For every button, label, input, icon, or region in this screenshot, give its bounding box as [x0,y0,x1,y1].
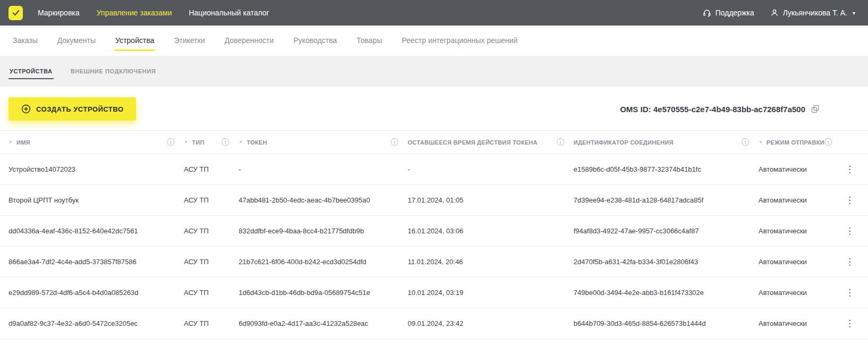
column-header-0[interactable]: ▼ИМЯⓘ [9,138,184,147]
table-row: Второй ЦРПТ ноутбукАСУ ТП47abb481-2b50-4… [0,185,868,216]
cell-type: АСУ ТП [184,258,239,266]
column-header-3[interactable]: ОСТАВШЕЕСЯ ВРЕМЯ ДЕЙСТВИЯ ТОКЕНАⓘ [408,138,574,147]
cell-token-time-left: 10.01.2024, 03:19 [408,289,574,297]
table-row: dd04336a-4eaf-436c-8152-640e42dc7561АСУ … [0,216,868,247]
cell-actions: ⋮ [834,318,859,329]
cell-type: АСУ ТП [184,227,239,235]
row-menu-button[interactable]: ⋮ [842,256,857,267]
sort-filter-icon[interactable]: ▼ [759,140,763,145]
toolbar: СОЗДАТЬ УСТРОЙСТВО OMS ID: 4e570555-c2e7… [0,97,868,121]
cell-send-mode: Автоматически [759,165,834,173]
row-menu-button[interactable]: ⋮ [842,164,857,175]
create-device-button[interactable]: СОЗДАТЬ УСТРОЙСТВО [9,97,136,121]
cell-token: 1d6d43cb-d1bb-46db-bd9a-05689754c51e [239,289,408,297]
cell-name: d9a0af82-9c37-4e32-a6d0-5472ce3205ec [9,319,184,327]
sub-tab-1[interactable]: ВНЕШНИЕ ПОДКЛЮЧЕНИЯ [70,64,157,79]
column-header-4[interactable]: ИДЕНТИФИКАТОР СОЕДИНЕНИЯⓘ [574,138,759,147]
column-header-left: ИДЕНТИФИКАТОР СОЕДИНЕНИЯ [574,139,673,146]
column-header-5[interactable]: ▼РЕЖИМ ОТПРАВКИⓘ [759,138,841,147]
cell-token-time-left: 11.01.2024, 20:46 [408,258,574,266]
column-header-2[interactable]: ▼ТОКЕНⓘ [239,138,408,147]
checkmark-icon [11,8,21,18]
cell-name: e29dd989-572d-4df6-a5c4-b4d0a085263d [9,289,184,297]
cell-connection-id: b644b709-30d3-465d-8854-626573b1444d [574,319,759,327]
top-nav-item-0[interactable]: Маркировка [38,9,80,17]
support-link[interactable]: Поддержка [703,9,754,17]
info-icon[interactable]: ⓘ [557,138,564,147]
devices-panel: СОЗДАТЬ УСТРОЙСТВО OMS ID: 4e570555-c2e7… [0,87,868,354]
row-menu-button[interactable]: ⋮ [842,195,857,206]
main-tab-3[interactable]: Этикетки [173,31,206,51]
create-device-label: СОЗДАТЬ УСТРОЙСТВО [36,105,123,113]
oms-id-block: OMS ID: 4e570555-c2e7-4b49-83bb-ac7268f7… [620,104,820,114]
column-header-1[interactable]: ▼ТИПⓘ [184,138,239,147]
cell-name: 866ae3a4-7df2-4c4e-add5-373857f87586 [9,258,184,266]
cell-actions: ⋮ [834,256,859,267]
cell-token: 6d9093fd-e0a2-4d17-aa3c-41232a528eac [239,319,408,327]
main-tabs: ЗаказыДокументыУстройстваЭтикеткиДоверен… [0,26,868,56]
main-tab-6[interactable]: Товары [356,31,383,51]
sort-filter-icon[interactable]: ▼ [184,140,188,145]
oms-id-value: OMS ID: 4e570555-c2e7-4b49-83bb-ac7268f7… [620,105,805,114]
cell-actions: ⋮ [834,287,859,298]
top-nav-item-1[interactable]: Управление заказами [97,9,172,17]
cell-actions: ⋮ [834,164,859,175]
column-label: ТОКЕН [247,139,267,146]
column-header-left: ▼ИМЯ [9,139,30,146]
cell-token-time-left: 16.01.2024, 03:06 [408,227,574,235]
cell-token: 47abb481-2b50-4edc-aeac-4b7bee0395a0 [239,196,408,204]
copy-icon[interactable] [811,104,820,114]
main-tab-0[interactable]: Заказы [12,31,39,51]
devices-table: ▼ИМЯⓘ▼ТИПⓘ▼ТОКЕНⓘОСТАВШЕЕСЯ ВРЕМЯ ДЕЙСТВ… [0,130,868,339]
cell-name: Второй ЦРПТ ноутбук [9,196,184,204]
cell-token-time-left: - [408,165,574,173]
main-tab-4[interactable]: Доверенности [223,31,275,51]
cell-connection-id: 749be00d-3494-4e2e-abb3-b161f473302e [574,289,759,297]
main-tab-1[interactable]: Документы [56,31,97,51]
top-nav: МаркировкаУправление заказамиНациональны… [38,9,269,17]
info-icon[interactable]: ⓘ [824,138,832,147]
sub-tabs: УСТРОЙСТВАВНЕШНИЕ ПОДКЛЮЧЕНИЯ [0,56,868,87]
cell-token: 832ddfbf-ece9-4baa-8cc4-b21775dfdb9b [239,227,408,235]
main-tab-2[interactable]: Устройства [114,31,155,51]
cell-actions: ⋮ [834,225,859,237]
cell-connection-id: e1589b6c-d05f-45b3-9877-32374b41b1fc [574,165,759,173]
sort-filter-icon[interactable]: ▼ [9,140,13,145]
table-header: ▼ИМЯⓘ▼ТИПⓘ▼ТОКЕНⓘОСТАВШЕЕСЯ ВРЕМЯ ДЕЙСТВ… [0,130,868,154]
column-header-left: ОСТАВШЕЕСЯ ВРЕМЯ ДЕЙСТВИЯ ТОКЕНА [408,139,537,146]
sub-tab-0[interactable]: УСТРОЙСТВА [9,64,54,79]
cell-name: Устройство14072023 [9,165,184,173]
row-menu-button[interactable]: ⋮ [842,318,857,329]
cell-token-time-left: 17.01.2024, 01:05 [408,196,574,204]
headset-icon [703,9,711,17]
cell-type: АСУ ТП [184,319,239,327]
main-tab-5[interactable]: Руководства [292,31,338,51]
plus-circle-icon [21,104,31,114]
table-row: Устройство14072023АСУ ТП--e1589b6c-d05f-… [0,154,868,185]
cell-connection-id: 7d39ee94-e238-481d-a128-64817adca85f [574,196,759,204]
cell-type: АСУ ТП [184,196,239,204]
table-row: d9a0af82-9c37-4e32-a6d0-5472ce3205ecАСУ … [0,308,868,339]
cell-token-time-left: 09.01.2024, 23:42 [408,319,574,327]
sort-filter-icon[interactable]: ▼ [239,140,243,145]
user-menu[interactable]: Лукьянчикова Т. А. ▾ [770,9,855,17]
info-icon[interactable]: ⓘ [391,138,398,147]
column-label: ТИП [192,139,204,146]
cell-actions: ⋮ [834,195,859,206]
topbar-right: Поддержка Лукьянчикова Т. А. ▾ [703,9,855,17]
info-icon[interactable]: ⓘ [167,138,174,147]
info-icon[interactable]: ⓘ [222,138,229,147]
app-logo[interactable] [9,6,23,20]
row-menu-button[interactable]: ⋮ [842,225,857,237]
info-icon[interactable]: ⓘ [741,138,749,147]
main-tab-7[interactable]: Реестр интеграционных решений [401,31,519,51]
row-menu-button[interactable]: ⋮ [842,287,857,298]
cell-token: - [239,165,408,173]
top-nav-item-2[interactable]: Национальный каталог [189,9,269,17]
cell-send-mode: Автоматически [759,319,834,327]
table-row: e29dd989-572d-4df6-a5c4-b4d0a085263dАСУ … [0,277,868,308]
column-label: РЕЖИМ ОТПРАВКИ [766,139,824,146]
column-header-left: ▼ТИП [184,139,204,146]
column-header-left: ▼РЕЖИМ ОТПРАВКИ [759,139,824,146]
cell-name: dd04336a-4eaf-436c-8152-640e42dc7561 [9,227,184,235]
